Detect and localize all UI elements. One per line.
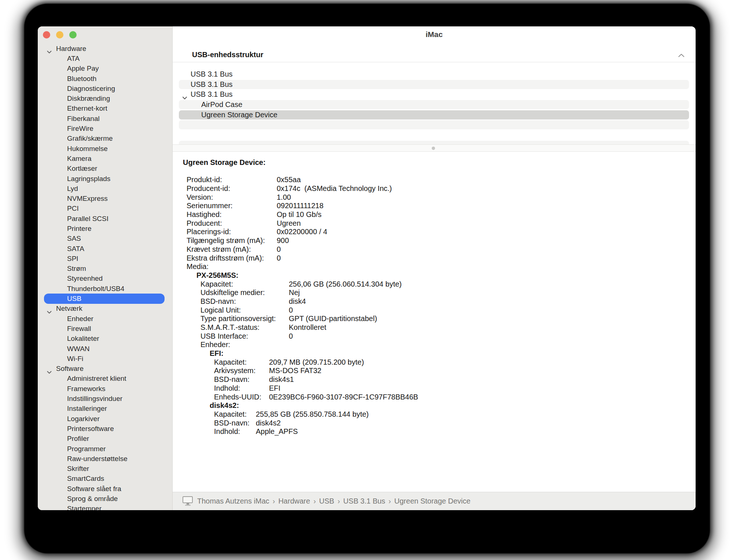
sidebar-item[interactable]: WWAN xyxy=(44,344,165,354)
sidebar-item[interactable]: Lyd xyxy=(44,184,165,194)
breadcrumb-label: USB xyxy=(319,497,334,505)
sidebar-item[interactable]: USB xyxy=(44,294,165,303)
property-row: Udskiftelige medier: Nej xyxy=(173,288,696,297)
breadcrumb-label: USB 3.1 Bus xyxy=(343,497,386,505)
sidebar-item[interactable]: Hukommelse xyxy=(44,144,165,154)
tree-row[interactable]: USB 3.1 Bus xyxy=(179,90,689,99)
sidebar-item[interactable]: Programmer xyxy=(44,444,165,454)
property-label: Placerings-id: xyxy=(187,228,277,236)
sidebar-item-label: ATA xyxy=(67,55,80,63)
property-row: Tilgængelig strøm (mA): 900 xyxy=(173,236,696,245)
sidebar-item[interactable]: PCI xyxy=(44,204,165,214)
property-value: GPT (GUID-partitionstabel) xyxy=(289,314,377,323)
sidebar-item[interactable]: Parallel SCSI xyxy=(44,214,165,224)
tree-row-label: AirPod Case xyxy=(201,100,242,109)
sidebar-item-label: Lokaliteter xyxy=(67,335,99,343)
property-row: Krævet strøm (mA): 0 xyxy=(173,245,696,254)
sidebar-item[interactable]: Firewall xyxy=(44,324,165,334)
property-row: BSD-navn: disk4s2 xyxy=(173,419,696,427)
sidebar-item[interactable]: NVMExpress xyxy=(44,194,165,203)
property-value: 255,85 GB (255.850.758.144 byte) xyxy=(256,410,369,419)
sidebar-item[interactable]: Thunderbolt/USB4 xyxy=(44,284,165,294)
sidebar-item[interactable]: Administreret klient xyxy=(44,374,165,384)
tree-row[interactable]: AirPod Case xyxy=(179,100,689,109)
property-label: USB Interface: xyxy=(200,332,289,340)
sidebar-item[interactable]: Enheder xyxy=(44,314,165,324)
breadcrumb-item: USB › xyxy=(319,497,343,505)
device-detail-pane[interactable]: Ugreen Storage Device: Produkt-id: 0x55a… xyxy=(173,152,696,492)
property-label: Indhold: xyxy=(214,384,269,393)
property-value: 0x02200000 / 4 xyxy=(277,228,327,236)
property-value: disk4s1 xyxy=(269,375,294,384)
sidebar-item[interactable]: SATA xyxy=(44,244,165,254)
sidebar-item[interactable]: Profiler xyxy=(44,434,165,444)
property-label: EFI: xyxy=(210,349,224,358)
sidebar-item-label: SATA xyxy=(67,245,84,253)
sidebar-item[interactable]: Styreenhed xyxy=(44,274,165,284)
property-row: Kapacitet: 256,06 GB (256.060.514.304 by… xyxy=(173,280,696,288)
breadcrumb-item: Thomas Autzens iMac › xyxy=(197,497,278,505)
property-row: Kapacitet: 255,85 GB (255.850.758.144 by… xyxy=(173,410,696,419)
sidebar-item[interactable]: Logarkiver xyxy=(44,414,165,424)
sidebar-item[interactable]: ATA xyxy=(44,54,165,63)
sidebar-item[interactable]: Hardware xyxy=(44,44,165,54)
sidebar-item[interactable]: Skrifter xyxy=(44,464,165,474)
sidebar-item[interactable]: Ethernet-kort xyxy=(44,104,165,114)
property-label: Indhold: xyxy=(214,427,256,436)
sidebar-item[interactable]: Indstillingsvinduer xyxy=(44,394,165,404)
sidebar-item[interactable]: Fiberkanal xyxy=(44,114,165,124)
sidebar-item[interactable]: Startemner xyxy=(44,504,165,510)
property-value: Apple_APFS xyxy=(256,427,298,436)
property-row: Kapacitet: 209,7 MB (209.715.200 byte) xyxy=(173,358,696,366)
sidebar-item[interactable]: Kamera xyxy=(44,154,165,163)
sidebar-item[interactable]: Printersoftware xyxy=(44,424,165,434)
property-label: Kapacitet: xyxy=(214,358,269,366)
sidebar-item[interactable]: Frameworks xyxy=(44,384,165,394)
sidebar-item[interactable]: Software xyxy=(44,364,165,374)
tree-row[interactable]: Ugreen Storage Device xyxy=(179,110,689,119)
sidebar-item[interactable]: Strøm xyxy=(44,264,165,274)
property-row: BSD-navn: disk4s1 xyxy=(173,375,696,384)
sidebar-item[interactable]: Grafik/skærme xyxy=(44,134,165,144)
sidebar-item[interactable]: Diagnosticering xyxy=(44,84,165,93)
sidebar-item[interactable]: SAS xyxy=(44,234,165,244)
property-row: Produkt-id: 0x55aa xyxy=(173,176,696,184)
sidebar-item[interactable]: Diskbrænding xyxy=(44,93,165,103)
sidebar-item[interactable]: Installeringer xyxy=(44,404,165,414)
minimize-button[interactable] xyxy=(56,31,63,38)
property-value: 0x55aa xyxy=(277,176,301,184)
section-header: USB-enhedsstruktur xyxy=(173,48,696,62)
sidebar-item[interactable]: Netværk xyxy=(44,304,165,314)
sidebar-item[interactable]: Apple Pay xyxy=(44,64,165,74)
chevron-up-icon[interactable] xyxy=(678,52,685,57)
sidebar-item-label: Diskbrænding xyxy=(67,95,110,103)
section-title: USB-enhedsstruktur xyxy=(192,51,263,59)
tree-row[interactable]: USB 3.1 Bus xyxy=(179,70,689,79)
sidebar-item[interactable]: Kortlæser xyxy=(44,164,165,174)
property-label: Producent-id: xyxy=(187,184,277,193)
sidebar-item[interactable]: Sprog & område xyxy=(44,494,165,504)
zoom-button[interactable] xyxy=(69,31,77,38)
tree-row[interactable]: USB 3.1 Bus xyxy=(179,80,689,89)
close-button[interactable] xyxy=(43,31,50,38)
sidebar-item-label: Programmer xyxy=(67,445,106,453)
sidebar-item[interactable]: SmartCards xyxy=(44,474,165,484)
sidebar-item[interactable]: Printere xyxy=(44,224,165,233)
breadcrumb-label: Hardware xyxy=(278,497,310,505)
sidebar-item[interactable]: FireWire xyxy=(44,124,165,133)
sidebar-item[interactable]: Bluetooth xyxy=(44,74,165,84)
pane-splitter[interactable] xyxy=(173,144,696,152)
sidebar-item[interactable]: Lagringsplads xyxy=(44,174,165,184)
sidebar-item-label: PCI xyxy=(67,205,79,213)
sidebar-item[interactable]: Raw-understøttelse xyxy=(44,454,165,464)
sidebar-item[interactable]: Software slået fra xyxy=(44,484,165,494)
splitter-handle-dot[interactable] xyxy=(432,147,435,150)
sidebar-item-label: Profiler xyxy=(67,435,89,443)
sidebar-item[interactable]: SPI xyxy=(44,254,165,264)
usb-device-tree[interactable]: USB 3.1 Bus USB 3.1 Bus USB 3.1 xyxy=(173,62,696,144)
tree-row xyxy=(179,120,689,129)
sidebar-item[interactable]: Wi-Fi xyxy=(44,354,165,364)
tree-row-label: USB 3.1 Bus xyxy=(191,80,233,89)
sidebar-item[interactable]: Lokaliteter xyxy=(44,334,165,344)
sidebar-item-label: Administreret klient xyxy=(67,375,126,383)
